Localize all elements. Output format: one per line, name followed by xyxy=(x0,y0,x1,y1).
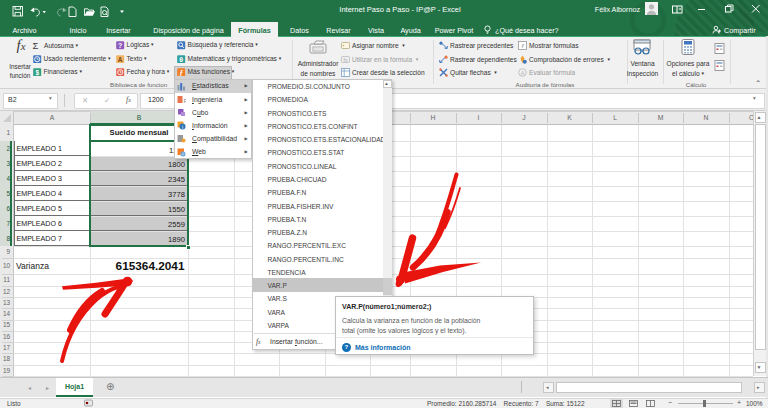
svg-text:A: A xyxy=(118,55,123,62)
svg-text:i: i xyxy=(182,124,183,130)
svg-text:R: R xyxy=(184,98,187,104)
svg-text:θ: θ xyxy=(179,55,183,62)
svg-text:?: ? xyxy=(118,42,122,49)
svg-text:fx: fx xyxy=(344,56,348,62)
svg-text:A: A xyxy=(521,69,525,75)
svg-text:$: $ xyxy=(35,68,39,76)
svg-text:ƒ: ƒ xyxy=(179,68,183,76)
